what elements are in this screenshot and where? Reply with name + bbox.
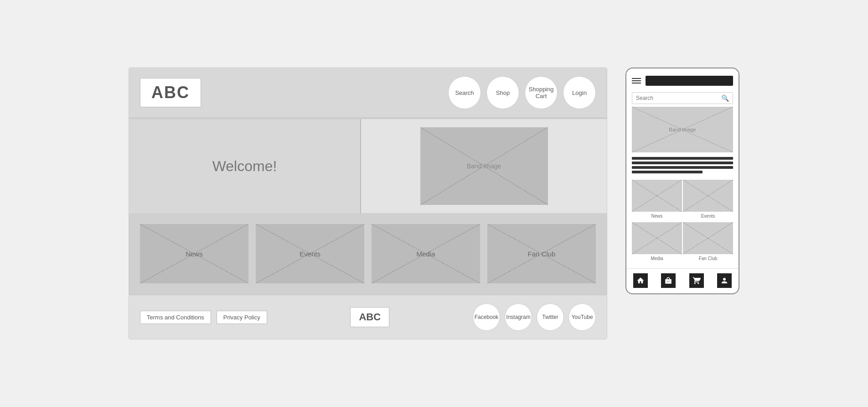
hero-image-wrap: Band Image xyxy=(361,119,607,213)
twitter-button[interactable]: Twitter xyxy=(537,303,564,331)
profile-nav-button[interactable] xyxy=(717,273,732,288)
search-icon: 🔍 xyxy=(721,94,729,102)
mobile-band-image: Band Image xyxy=(632,107,733,152)
mobile-header xyxy=(626,72,739,89)
events-card[interactable]: Events xyxy=(256,224,364,283)
page-wrapper: ABC Search Shop Shopping Cart Login Welc… xyxy=(129,68,739,339)
cart-nav-button[interactable] xyxy=(689,273,704,288)
mobile-news-label: News xyxy=(632,212,682,221)
mobile-events-label: Events xyxy=(683,212,733,221)
shop-nav-button[interactable] xyxy=(661,273,676,288)
mobile-search-area: 🔍 xyxy=(626,89,739,107)
hamburger-button[interactable] xyxy=(632,78,641,83)
band-image: Band Image xyxy=(420,127,548,205)
mobile-media-card[interactable] xyxy=(632,222,682,254)
hero-welcome-text: Welcome! xyxy=(129,119,361,213)
desktop-wireframe: ABC Search Shop Shopping Cart Login Welc… xyxy=(129,68,607,339)
text-line-1 xyxy=(632,157,733,160)
mobile-cards-grid: News Events Media Fan Club xyxy=(626,180,739,264)
desktop-header: ABC Search Shop Shopping Cart Login xyxy=(129,68,607,117)
desktop-footer: Terms and Conditions Privacy Policy ABC … xyxy=(129,294,607,339)
mobile-search-box[interactable]: 🔍 xyxy=(632,92,733,104)
mobile-logo-bar xyxy=(646,76,733,86)
terms-button[interactable]: Terms and Conditions xyxy=(140,311,211,324)
facebook-button[interactable]: Facebook xyxy=(473,303,500,331)
text-line-4 xyxy=(632,171,703,173)
text-line-3 xyxy=(632,166,733,169)
news-card[interactable]: News xyxy=(140,224,248,283)
desktop-cards-row: News Events Media Fan Club xyxy=(129,213,607,294)
mobile-news-wrap: News xyxy=(632,180,682,221)
media-card[interactable]: Media xyxy=(372,224,480,283)
mobile-fanclub-label: Fan Club xyxy=(683,255,733,264)
desktop-hero: Welcome! Band Image xyxy=(129,117,607,213)
mobile-media-label: Media xyxy=(632,255,682,264)
login-button[interactable]: Login xyxy=(563,76,596,109)
mobile-news-card[interactable] xyxy=(632,180,682,212)
footer-social: Facebook Instagram Twitter YouTube xyxy=(473,303,596,331)
shop-button[interactable]: Shop xyxy=(486,76,519,109)
mobile-bottom-nav xyxy=(626,268,739,290)
mobile-wireframe: 🔍 Band Image News xyxy=(625,68,739,294)
desktop-logo: ABC xyxy=(140,78,201,107)
fan-club-card[interactable]: Fan Club xyxy=(487,224,596,283)
mobile-fanclub-card[interactable] xyxy=(683,222,733,254)
home-nav-button[interactable] xyxy=(633,273,648,288)
mobile-media-wrap: Media xyxy=(632,222,682,264)
mobile-text-content xyxy=(626,152,739,178)
search-button[interactable]: Search xyxy=(448,76,481,109)
youtube-button[interactable]: YouTube xyxy=(568,303,596,331)
privacy-button[interactable]: Privacy Policy xyxy=(217,311,267,324)
mobile-events-wrap: Events xyxy=(683,180,733,221)
desktop-nav: Search Shop Shopping Cart Login xyxy=(448,76,596,109)
shopping-cart-button[interactable]: Shopping Cart xyxy=(525,76,558,109)
footer-links: Terms and Conditions Privacy Policy xyxy=(140,311,267,324)
mobile-fanclub-wrap: Fan Club xyxy=(683,222,733,264)
footer-logo: ABC xyxy=(350,307,389,327)
instagram-button[interactable]: Instagram xyxy=(505,303,532,331)
mobile-search-input[interactable] xyxy=(636,95,719,101)
text-line-2 xyxy=(632,162,733,164)
mobile-events-card[interactable] xyxy=(683,180,733,212)
